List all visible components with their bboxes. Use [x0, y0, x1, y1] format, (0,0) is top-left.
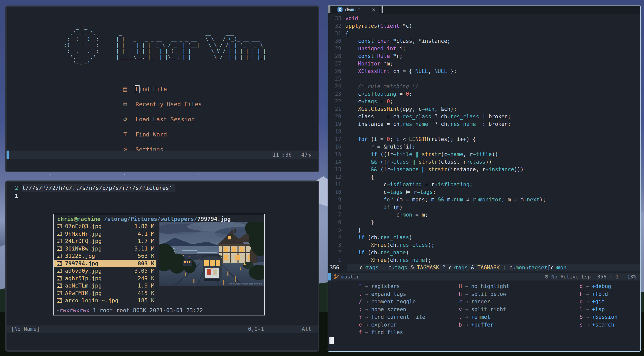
whichkey-label: +Session: [592, 313, 618, 321]
file-size: 1.86 M: [134, 223, 156, 229]
whichkey-label: find current file: [371, 313, 425, 321]
code-text: r = &rules[i];: [345, 143, 415, 151]
dashboard-menu-item-load-last-session[interactable]: ↺Load Last Session: [121, 112, 202, 127]
arrow-icon: →: [462, 290, 471, 298]
whichkey-label: find files: [371, 329, 403, 336]
code-text: {: [345, 30, 349, 37]
file-size: 4.1 M: [138, 231, 156, 237]
code-text: if (ch.res_name): [345, 249, 409, 256]
code-text: if (ch.res_class): [345, 234, 412, 241]
file-icon: ▤: [121, 86, 129, 92]
scroll-percent: 13%: [627, 274, 636, 280]
line-number: 8: [328, 203, 345, 211]
menu-item-label: Recently Used Files: [135, 101, 202, 108]
file-row[interactable]: arco-login-~.jpg185 K: [54, 297, 156, 304]
whichkey-binding: ,→expand tags: [355, 290, 455, 298]
code-line: 28 const Rule *r;: [328, 52, 640, 60]
whichkey-key: S: [576, 313, 583, 321]
image-preview: www.DesktopBackground.org: [159, 222, 264, 286]
arrow-icon: →: [362, 321, 371, 329]
line-number: 11: [328, 181, 345, 188]
line-number: 12: [328, 173, 345, 181]
restore-session-icon: ↺: [121, 116, 129, 122]
file-row[interactable]: 30iNVBw.jpg3.11 M: [54, 245, 156, 253]
whichkey-key: /: [355, 298, 362, 306]
line-number: 9: [328, 196, 345, 203]
whichkey-key: ?: [355, 313, 362, 321]
file-row[interactable]: 24LrDFQ.jpg1.7 M: [54, 237, 156, 245]
menu-item-label: Find Word: [135, 131, 167, 138]
code-line: 25: [328, 75, 640, 83]
directory-path: /storag/Pictures/wallpapers/: [100, 216, 197, 222]
file-size: 249 K: [138, 275, 156, 281]
dashboard-menu-item-find-word[interactable]: TFind Word: [121, 127, 202, 142]
line-number: 31: [328, 30, 345, 37]
line-number: 13: [328, 166, 345, 173]
image-file-icon: [57, 298, 62, 303]
whichkey-binding: /→comment toggle: [355, 298, 455, 306]
close-icon[interactable]: ✕: [372, 7, 376, 12]
line-number: 3: [328, 241, 345, 249]
code-text: c→isfloating = 0;: [345, 90, 412, 98]
tab-dwm-c[interactable]: C dwm.c ✕: [337, 6, 379, 14]
line-number: 18: [328, 128, 345, 135]
whichkey-binding: b→+buffer: [455, 321, 576, 329]
whichkey-key: e: [355, 321, 362, 329]
line-number: 1: [7, 192, 22, 200]
arrow-icon: →: [362, 290, 371, 298]
line-number: 28: [328, 52, 345, 60]
file-size: 1.9 M: [138, 282, 156, 289]
arrow-icon: →: [462, 282, 471, 290]
menu-item-label: Load Last Session: [135, 116, 195, 123]
whichkey-key: r: [455, 298, 462, 306]
whichkey-key: l: [576, 306, 583, 313]
file-row[interactable]: aghr5Ip.jpg249 K: [54, 275, 156, 282]
c-language-icon: C: [337, 7, 343, 12]
buffer-line: 1: [7, 192, 318, 200]
arrow-icon: →: [362, 313, 371, 321]
file-row[interactable]: 07nEzQ3.jpg1.86 M: [54, 223, 156, 230]
file-size: 3.11 M: [134, 245, 156, 252]
line-number: 16: [328, 143, 345, 151]
file-row[interactable]: 31228.jpg563 K: [54, 252, 156, 260]
code-text: }: [345, 226, 361, 234]
dashboard-menu-item-recently-used-files[interactable]: ⧉Recently Used Files: [121, 97, 202, 112]
arrow-icon: →: [462, 321, 471, 329]
file-row[interactable]: 799794.jpg803 K: [54, 260, 156, 267]
line-number: 10: [328, 188, 345, 196]
line-number: 5: [328, 226, 345, 234]
mode-indicator-block: [328, 273, 331, 280]
code-text: && (!r→instance ‖ strstr(instance, r→ins…: [345, 166, 524, 173]
file-size: 185 K: [138, 297, 156, 304]
line-number: 27: [328, 60, 345, 67]
file-row[interactable]: aoNcTLm.jpg1.9 M: [54, 282, 156, 290]
file-row[interactable]: APwFMIM.jpg415 K: [54, 290, 156, 297]
whichkey-label: split below: [471, 290, 506, 298]
dashboard-menu-item-find-file[interactable]: ▤Find File: [121, 82, 202, 97]
file-row[interactable]: ad6v90y.jpg3.05 M: [54, 267, 156, 275]
whichkey-key: v: [455, 306, 462, 313]
whichkey-column: "→registers,→expand tags/→comment toggle…: [328, 282, 455, 336]
whichkey-label: +git: [592, 298, 605, 306]
editor-statusline: master ⚙ No Active Lsp 356 : 1 13%: [328, 273, 640, 280]
line-number: 29: [328, 45, 345, 52]
tabline-caret: [382, 6, 383, 13]
code-text: if (m): [345, 203, 403, 211]
arrow-icon: →: [462, 313, 471, 321]
dashboard-window: _.._ .' .-. '. _ __ ___ : ( ) : | | _ _ …: [5, 6, 319, 172]
line-number: 4: [328, 234, 345, 241]
line-number: 17: [328, 135, 345, 143]
line-number: 2: [7, 184, 22, 192]
file-row[interactable]: 9hMxcHr.jpg4.1 M: [54, 230, 156, 238]
line-number: 26: [328, 67, 345, 75]
dashboard-cursor: F: [135, 86, 139, 92]
code-text: instance = ch.res_name ? ch.res_name : b…: [345, 120, 511, 128]
whichkey-label: +emmet: [471, 313, 490, 321]
letter-t-icon: T: [121, 131, 129, 137]
whichkey-key: s: [576, 321, 583, 329]
code-line: 21 XGetClassHint(dpy, c→win, &ch);: [328, 105, 640, 113]
code-text: applyrules(Client *c): [345, 22, 412, 30]
code-text: }: [345, 219, 374, 226]
whichkey-key: f: [355, 329, 362, 336]
code-line: 19 instance = ch.res_name ? ch.res_name …: [328, 120, 640, 128]
